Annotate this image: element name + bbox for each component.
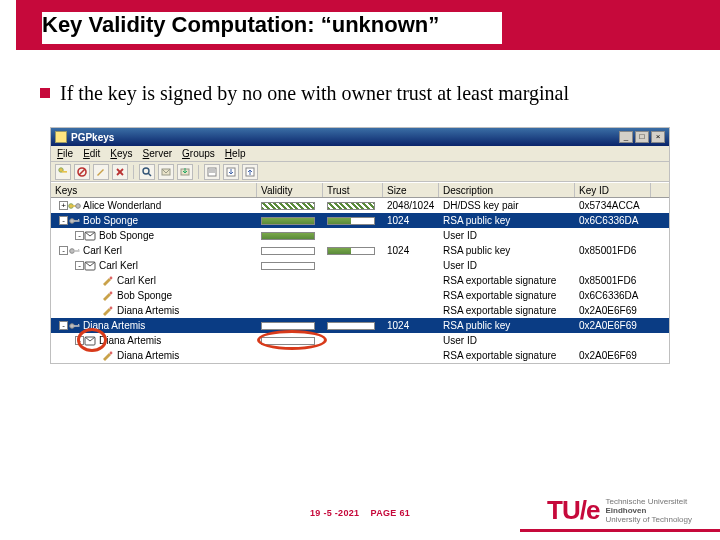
col-keyid[interactable]: Key ID [575,183,651,197]
svg-point-33 [110,352,113,355]
key-size [383,303,439,318]
svg-point-17 [76,204,81,209]
table-row[interactable]: Carl Kerl RSA exportable signature0x8500… [51,273,669,288]
tree-expander[interactable]: - [75,231,84,240]
key-desc: RSA public key [439,213,575,228]
key-size [383,348,439,363]
uid-icon [84,336,96,345]
key-desc: RSA exportable signature [439,348,575,363]
menu-groups[interactable]: Groups [182,148,215,159]
minimize-button[interactable]: _ [619,131,633,143]
key-name: Bob Sponge [99,230,154,241]
svg-rect-24 [78,249,79,250]
menu-edit[interactable]: Edit [83,148,100,159]
col-size[interactable]: Size [383,183,439,197]
table-row[interactable]: Diana Artemis RSA exportable signature0x… [51,303,669,318]
menu-help[interactable]: Help [225,148,246,159]
key-name: Carl Kerl [83,245,122,256]
bullet-marker [40,88,50,98]
tool-sign-icon[interactable] [93,164,109,180]
menu-server[interactable]: Server [143,148,172,159]
menu-keys[interactable]: Keys [110,148,132,159]
tool-export-icon[interactable] [242,164,258,180]
key-size [383,228,439,243]
key-name: Diana Artemis [99,335,161,346]
key-id: 0x85001FD6 [575,243,651,258]
key-size: 2048/1024 [383,198,439,213]
key-desc: RSA public key [439,243,575,258]
uid-icon [84,231,96,240]
col-validity[interactable]: Validity [257,183,323,197]
menu-bar: File Edit Keys Server Groups Help [51,146,669,162]
table-row[interactable]: -Bob Sponge 1024RSA public key0x6C6336DA [51,213,669,228]
key-size: 1024 [383,318,439,333]
tool-recv-icon[interactable] [177,164,193,180]
window-titlebar[interactable]: PGPkeys _ □ × [51,128,669,146]
window-title: PGPkeys [71,132,619,143]
tree-expander[interactable]: - [59,321,68,330]
table-row[interactable]: -Bob Sponge User ID [51,228,669,243]
key-name: Diana Artemis [83,320,145,331]
key-name: Diana Artemis [117,350,179,361]
key-id [575,228,651,243]
svg-point-28 [110,307,113,310]
svg-rect-23 [74,250,80,252]
table-row[interactable]: Diana Artemis RSA exportable signature0x… [51,348,669,363]
key-icon [68,321,80,330]
key-desc: RSA exportable signature [439,288,575,303]
pgpkeys-window: PGPkeys _ □ × File Edit Keys Server Grou… [50,127,670,364]
menu-file[interactable]: File [57,148,73,159]
key-size [383,258,439,273]
col-trust[interactable]: Trust [323,183,383,197]
logo-line3: University of Technology [605,515,692,524]
table-row[interactable]: -Carl Kerl User ID [51,258,669,273]
table-row[interactable]: -Diana Artemis User ID [51,333,669,348]
sig-icon [102,306,114,315]
tree-expander[interactable]: - [59,216,68,225]
key-id: 0x2A0E6F69 [575,348,651,363]
tree-expander[interactable]: + [59,201,68,210]
key-id: 0x2A0E6F69 [575,318,651,333]
tool-search-icon[interactable] [139,164,155,180]
bullet-item: If the key is signed by no one with owne… [40,80,680,107]
col-description[interactable]: Description [439,183,575,197]
sig-icon [102,276,114,285]
tool-props-icon[interactable] [204,164,220,180]
tree-expander[interactable]: - [75,336,84,345]
key-size [383,288,439,303]
key-id [575,333,651,348]
tool-delete-icon[interactable] [112,164,128,180]
key-desc: RSA exportable signature [439,303,575,318]
tool-import-icon[interactable] [223,164,239,180]
footer-red-bar [520,529,720,532]
logo-text: Technische Universiteit Eindhoven Univer… [605,497,692,525]
maximize-button[interactable]: □ [635,131,649,143]
column-header-row: Keys Validity Trust Size Description Key… [51,182,669,198]
tool-revoke-icon[interactable] [74,164,90,180]
tool-send-icon[interactable] [158,164,174,180]
key-id: 0x6C6336DA [575,213,651,228]
logo-mark: TU/e [547,495,599,526]
table-row[interactable]: -Carl Kerl 1024RSA public key0x85001FD6 [51,243,669,258]
svg-rect-31 [78,324,79,325]
col-keys[interactable]: Keys [51,183,257,197]
keypair-icon [68,201,80,210]
tool-keypair-icon[interactable] [55,164,71,180]
close-button[interactable]: × [651,131,665,143]
toolbar [51,162,669,182]
key-desc: RSA public key [439,318,575,333]
tree-expander[interactable]: - [75,261,84,270]
uid-icon [84,261,96,270]
svg-rect-1 [62,171,67,173]
sig-icon [102,351,114,360]
sig-icon [102,291,114,300]
table-row[interactable]: -Diana Artemis 1024RSA public key0x2A0E6… [51,318,669,333]
tree-expander[interactable]: - [59,246,68,255]
tue-logo: TU/e Technische Universiteit Eindhoven U… [547,495,692,526]
key-grid: +Alice Wonderland 2048/1024DH/DSS key pa… [51,198,669,363]
key-id: 0x6C6336DA [575,288,651,303]
table-row[interactable]: Bob Sponge RSA exportable signature0x6C6… [51,288,669,303]
key-desc: User ID [439,333,575,348]
logo-line1: Technische Universiteit [605,497,692,506]
table-row[interactable]: +Alice Wonderland 2048/1024DH/DSS key pa… [51,198,669,213]
